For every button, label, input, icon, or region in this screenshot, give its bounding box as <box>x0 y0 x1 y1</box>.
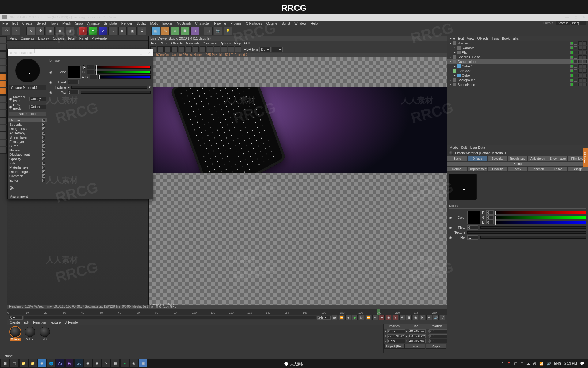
float-slider[interactable] <box>480 226 586 229</box>
pos-key-icon[interactable]: ✥ <box>399 315 405 320</box>
menu-plugins[interactable]: Plugins <box>230 21 241 25</box>
menu-character[interactable]: Character <box>195 21 210 25</box>
task-view-icon[interactable]: ▢ <box>10 359 18 367</box>
menu-animate[interactable]: Animate <box>87 21 100 25</box>
environment-icon[interactable]: ⬚ <box>204 27 213 35</box>
tray-icon[interactable]: 🖨 <box>533 362 536 365</box>
goto-start-icon[interactable]: ⏮ <box>332 315 337 320</box>
lv-pick-icon[interactable] <box>172 46 178 52</box>
scale-tool[interactable]: ▣ <box>46 27 55 35</box>
g-input[interactable]: 0 <box>486 215 494 220</box>
menu-edit[interactable]: Edit <box>458 36 464 40</box>
redo-button[interactable]: ↷ <box>12 27 20 35</box>
texture-arrow-icon[interactable]: ▸ <box>68 85 70 89</box>
radio-icon[interactable]: ◉ <box>9 105 12 109</box>
texture-mode-icon[interactable] <box>0 51 7 58</box>
menu-window[interactable]: Window <box>294 21 306 25</box>
g-slider[interactable] <box>495 216 586 219</box>
menu-x-particles[interactable]: X-Particles <box>246 21 262 25</box>
pen-icon[interactable]: ✎ <box>161 27 170 35</box>
chrome-icon[interactable]: 🌐 <box>47 359 55 367</box>
workplane-snap-icon[interactable] <box>0 132 7 139</box>
channel-film-layer[interactable]: Film layer <box>8 140 47 144</box>
explorer-icon[interactable]: 📁 <box>20 359 28 367</box>
play-back-icon[interactable]: ◀ <box>345 315 351 320</box>
live-viewer-canvas[interactable]: d/max:0Kb/4Gb Rgb32/64: 1/0 Vram: 1.403G… <box>149 57 447 314</box>
g-input[interactable]: 0 <box>87 70 94 74</box>
planar-workplane-icon[interactable] <box>0 147 7 154</box>
menu-snap[interactable]: Snap <box>75 21 83 25</box>
menu-tags[interactable]: Tags <box>492 36 499 40</box>
rotate-tool[interactable]: ◉ <box>56 27 64 35</box>
mix-input[interactable]: 1. <box>68 90 79 94</box>
rot-y[interactable] <box>429 334 447 338</box>
maximize-icon[interactable]: ▢ <box>574 15 577 19</box>
size-x[interactable] <box>409 329 426 333</box>
channel-displacement[interactable]: Displacement <box>8 152 47 157</box>
lang-indicator[interactable]: ENG <box>554 362 561 365</box>
r-input[interactable]: 0 <box>486 210 494 215</box>
lv-ao-icon[interactable] <box>221 46 227 52</box>
menu-edit[interactable]: Edit <box>12 21 18 25</box>
channel-bump[interactable]: Bump <box>8 144 47 148</box>
tray-icon[interactable]: ▢ <box>514 362 517 366</box>
render-region[interactable]: ▣ <box>128 27 137 35</box>
volume-icon[interactable]: 🔊 <box>547 362 551 366</box>
spotify-icon[interactable]: ● <box>121 359 129 367</box>
channel-material-layer[interactable]: Material layer <box>8 165 47 170</box>
lv-save-icon[interactable] <box>207 46 213 52</box>
tray-icon[interactable]: ☁ <box>526 362 530 366</box>
texture-slot[interactable] <box>71 86 147 89</box>
material-octane[interactable]: Octane <box>24 327 36 346</box>
pos-z[interactable] <box>387 339 405 343</box>
autokey-icon[interactable]: ◉ <box>386 315 391 320</box>
radio-icon[interactable]: ◉ <box>49 70 52 74</box>
node-editor-button[interactable]: Node Editor <box>9 112 46 116</box>
attributes-tab[interactable]: Attributes <box>583 148 588 167</box>
model-mode-icon[interactable] <box>0 44 7 51</box>
channel-roughness[interactable]: Roughness <box>8 127 47 131</box>
lv-ab-icon[interactable] <box>200 46 206 52</box>
b-slider[interactable] <box>98 75 151 79</box>
minimize-icon[interactable]: — <box>565 15 569 19</box>
menu-select[interactable]: Select <box>37 21 46 25</box>
deformer-icon[interactable]: ◇ <box>190 27 199 35</box>
tab-editor[interactable]: Editor <box>548 167 568 172</box>
menu-edit[interactable]: Edit <box>24 320 29 324</box>
tray-icon[interactable]: ▢ <box>520 362 523 366</box>
channel-diffuse[interactable]: Diffuse <box>8 118 47 122</box>
menu-cameras[interactable]: Cameras <box>21 36 35 40</box>
uv-poly-icon[interactable] <box>0 88 7 95</box>
cube-icon[interactable]: ▦ <box>151 27 160 35</box>
menu-objects[interactable]: Objects <box>477 36 488 40</box>
tree-item-cubes_clone[interactable]: ▸Cubes_clone <box>447 59 588 64</box>
maximize-icon[interactable]: ▢ <box>139 51 142 55</box>
menu-filter[interactable]: Filter <box>68 36 75 40</box>
loop-icon[interactable]: ↺ <box>440 315 445 320</box>
b-slider[interactable] <box>495 221 586 224</box>
menu-create[interactable]: Create <box>22 21 32 25</box>
tab-assign[interactable]: Assign <box>568 167 588 172</box>
sound-icon[interactable]: 🔊 <box>433 315 439 320</box>
channel-round-edges[interactable]: Round edges <box>8 170 47 174</box>
uv-point-icon[interactable] <box>0 95 7 102</box>
channel-anisotropy[interactable]: Anisotropy <box>8 131 47 135</box>
pla-key-icon[interactable]: A <box>426 315 432 320</box>
lv-focus-icon[interactable] <box>193 46 199 52</box>
lv-alpha-icon[interactable] <box>228 46 234 52</box>
menu-view[interactable]: View <box>467 36 474 40</box>
timeline-ruler[interactable]: 0102030405060708090100110120130140150160… <box>7 309 447 315</box>
wifi-icon[interactable]: 📶 <box>539 362 544 366</box>
menu-bookmarks[interactable]: Bookmarks <box>502 36 519 40</box>
undo-button[interactable]: ↶ <box>2 27 10 35</box>
channel-common[interactable]: Common <box>8 174 47 178</box>
snap-icon[interactable] <box>0 125 7 132</box>
scale-key-icon[interactable]: ▣ <box>406 315 412 320</box>
light-icon[interactable]: 💡 <box>224 27 232 35</box>
mix-slider[interactable] <box>81 91 151 94</box>
timeline-end[interactable]: 249 F <box>317 316 331 320</box>
coord-apply-button[interactable]: Apply <box>426 344 446 349</box>
start-button[interactable]: ⊞ <box>1 359 9 367</box>
tree-item-shader[interactable]: ▸Shader <box>447 41 588 45</box>
float-input[interactable]: 0 <box>467 225 478 230</box>
